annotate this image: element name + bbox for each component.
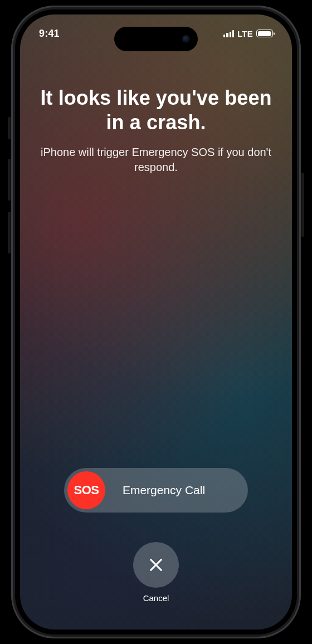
sos-slider-knob[interactable]: SOS [67, 471, 105, 509]
cancel-group: Cancel [133, 542, 179, 603]
cellular-signal-icon [223, 30, 234, 37]
alert-headline: It looks like you've been in a crash. [37, 86, 275, 135]
side-button [301, 173, 304, 237]
battery-icon [256, 30, 273, 37]
status-bar: 9:41 LTE [20, 14, 292, 52]
cancel-label: Cancel [143, 593, 169, 603]
screen: 9:41 LTE It looks like you've been in a … [20, 14, 292, 630]
volume-down-button [8, 212, 11, 253]
status-right: LTE [223, 29, 273, 38]
cancel-button[interactable] [133, 542, 179, 588]
network-type-label: LTE [237, 29, 253, 38]
close-icon [148, 557, 164, 573]
slider-label: Emergency Call [105, 484, 245, 497]
status-time: 9:41 [39, 28, 60, 40]
emergency-call-slider-wrap: SOS Emergency Call [64, 468, 248, 513]
ringer-switch [8, 117, 11, 139]
volume-up-button [8, 159, 11, 201]
emergency-call-slider[interactable]: SOS Emergency Call [64, 468, 248, 513]
phone-frame: 9:41 LTE It looks like you've been in a … [11, 6, 301, 638]
alert-subtitle: iPhone will trigger Emergency SOS if you… [37, 145, 275, 175]
